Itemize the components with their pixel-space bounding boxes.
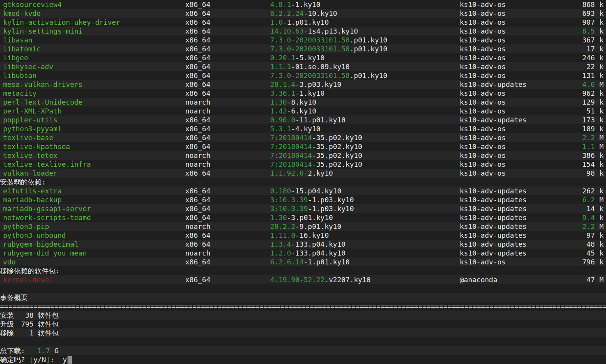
version-segment: 1.2.0 <box>270 249 291 257</box>
package-repo: ks10-adv-os <box>460 89 506 98</box>
version-segment: -133.p04.ky10 <box>291 249 345 257</box>
package-version: 1.30-8.ky10 <box>270 98 316 107</box>
package-version: 14.10.63-1s4.p13.ky10 <box>270 27 358 36</box>
version-segment: 6.2.6.14 <box>270 258 304 266</box>
version-segment: -4.ky10 <box>291 125 320 133</box>
package-version: 1.3.4-133.p04.ky10 <box>270 240 345 249</box>
summary-row: 升级795软件包 <box>0 320 606 328</box>
version-segment: -133.p04.ky10 <box>291 240 345 248</box>
package-version: 1.42-6.ky10 <box>270 107 316 115</box>
section-header: 移除依赖的软件包: <box>0 266 60 275</box>
package-arch: x86_64 <box>185 36 210 44</box>
package-row: python3-unboundx86_641.11.0-16.ky10ks10-… <box>0 231 606 240</box>
package-version: 7:20180414-35.p02.ky10 <box>270 160 362 169</box>
package-version: 3:10.3.39-1.p03.ky10 <box>270 195 354 204</box>
package-size: 6.2 <box>525 195 595 204</box>
package-name: rubygem-bigdecimal <box>3 240 78 249</box>
package-size-unit: k <box>599 257 604 266</box>
package-name: network-scripts-teamd <box>3 213 91 222</box>
package-version: 6.2.2.24-10.ky10 <box>270 9 337 18</box>
package-row: texlive-texlive.infranoarch7:20180414-35… <box>0 160 606 169</box>
package-arch: x86_64 <box>185 9 210 18</box>
package-size: 98 <box>525 169 595 178</box>
package-size: 51 <box>525 107 595 115</box>
package-size: 173 <box>525 115 595 124</box>
package-repo: ks10-adv-os <box>460 27 506 36</box>
package-repo: ks10-adv-os <box>460 169 506 178</box>
package-size-unit: k <box>599 169 604 178</box>
package-size-unit: k <box>599 9 604 18</box>
package-row: libasanx86_647.3.0-2020033101.58.p01.ky1… <box>0 36 606 44</box>
package-size: 962 <box>525 89 595 98</box>
package-name: libasan <box>3 36 32 44</box>
package-size: 8.5 <box>525 27 595 36</box>
summary-unit-label: 软件包 <box>38 328 59 337</box>
section-header: 事务概要 <box>0 293 28 302</box>
package-arch: x86_64 <box>185 133 210 142</box>
version-segment: 7:20180414 <box>270 160 312 168</box>
version-segment: -6.ky10 <box>287 107 316 115</box>
package-size: 796 <box>525 257 595 266</box>
package-row: network-scripts-teamdx86_641.30-3.p01.ky… <box>0 213 606 222</box>
download-total-label: 总下载: <box>0 346 25 355</box>
version-segment: 5.3.1 <box>270 125 291 133</box>
version-segment: -8.ky10 <box>287 98 316 106</box>
version-segment: -01.se.09.ky10 <box>291 63 350 71</box>
package-arch: x86_64 <box>185 89 210 98</box>
package-repo: ks10-adv-os <box>460 44 506 53</box>
package-size: 868 <box>525 0 595 9</box>
package-size: 693 <box>525 9 595 18</box>
version-segment: -1.ky10 <box>295 89 325 97</box>
version-segment: 1.42 <box>270 107 287 115</box>
package-name: elfutils-extra <box>3 186 62 195</box>
version-segment: .p01.ky10 <box>350 36 388 44</box>
package-name: perl-XML-XPath <box>3 107 62 115</box>
package-size-unit: k <box>599 213 604 222</box>
prompt-colon: : <box>50 356 63 364</box>
version-segment: 1.1.1 <box>270 63 291 71</box>
terminal-screen[interactable]: gtksourceview4x86_644.8.1-1.ky10ks10-adv… <box>0 0 606 364</box>
package-name: vdo <box>3 257 16 266</box>
package-arch: x86_64 <box>185 80 210 89</box>
package-row: poppler-utilsx86_640.90.0-11.p01.ky10ks1… <box>0 115 606 124</box>
package-size-unit: k <box>599 44 604 53</box>
version-segment: -1.p03.ky10 <box>308 205 354 213</box>
package-size: 17 <box>525 44 595 53</box>
prompt-options: y/N <box>34 356 46 364</box>
version-segment: -1s4.p13.ky10 <box>304 27 358 35</box>
version-segment: 0.20.1 <box>270 54 295 62</box>
prompt-input[interactable]: y <box>63 356 67 364</box>
package-name: kernel-devel <box>3 275 53 284</box>
package-arch: x86_64 <box>185 53 210 62</box>
package-row: elfutils-extrax86_640.180-15.p04.ky10ks1… <box>0 186 606 195</box>
package-repo: ks10-adv-os <box>460 53 506 62</box>
package-size: 97 <box>525 231 595 240</box>
download-total-unit: G <box>54 346 59 355</box>
version-segment: 1.30 <box>270 213 287 222</box>
version-segment: 0.90.0 <box>270 116 295 124</box>
section-header-row: 移除依赖的软件包: <box>0 266 606 275</box>
confirm-prompt-row: 确定吗? [y/N]: y <box>0 355 606 364</box>
package-size-unit: k <box>599 151 604 160</box>
version-segment: -35.p02.ky10 <box>312 142 362 151</box>
version-segment: 7.3.0-2020033101.58 <box>270 45 350 53</box>
summary-unit-label: 软件包 <box>38 311 59 320</box>
package-size-unit: k <box>599 62 604 71</box>
package-size-unit: k <box>599 240 604 249</box>
package-arch: noarch <box>185 249 210 257</box>
package-name: vulkan-loader <box>3 169 58 178</box>
version-segment: 1.3.4 <box>270 240 291 248</box>
package-version: 4.19.90-52.22.v2207.ky10 <box>270 275 371 284</box>
package-repo: ks10-adv-os <box>460 151 506 160</box>
package-arch: x86_64 <box>185 257 210 266</box>
version-segment: 7:20180414 <box>270 151 312 159</box>
version-segment: -1.p03.ky10 <box>308 196 354 204</box>
package-row: vdox86_646.2.6.14-1.p01.ky10ks10-adv-os7… <box>0 257 606 266</box>
version-segment: 20.1.4 <box>270 80 295 88</box>
summary-row: 移除1软件包 <box>0 328 606 337</box>
package-name: texlive-tetex <box>3 151 58 160</box>
package-size-unit: M <box>599 133 604 142</box>
package-repo: ks10-adv-os <box>460 62 506 71</box>
package-size-unit: k <box>599 124 604 133</box>
package-name: texlive-kpathsea <box>3 142 70 151</box>
